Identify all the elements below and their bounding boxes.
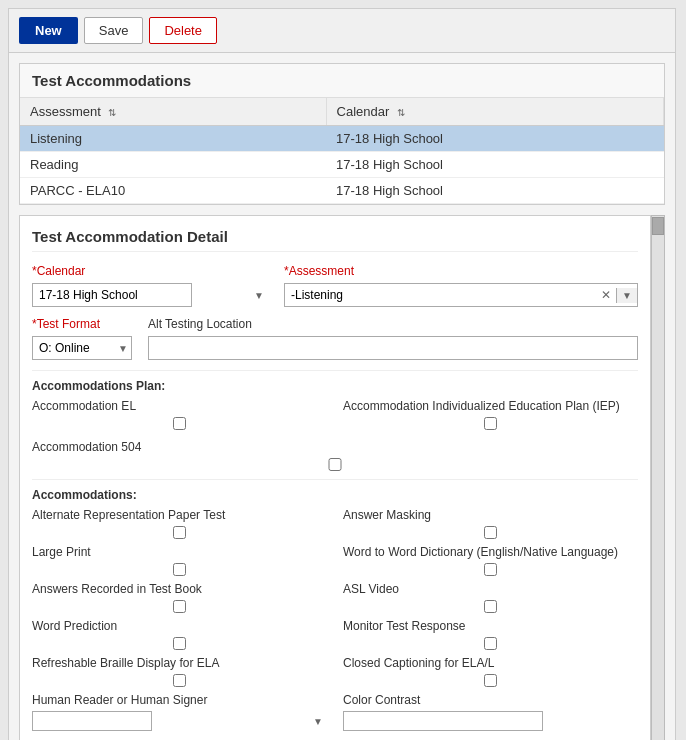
asl-video-label: ASL Video [343, 582, 638, 596]
sort-assessment-icon: ⇅ [108, 107, 116, 118]
monitor-test-label: Monitor Test Response [343, 619, 638, 633]
assessment-field: ✕ ▼ [284, 283, 638, 307]
calendar-label: *Calendar [32, 264, 268, 278]
item-closed-captioning: Closed Captioning for ELA/L [343, 656, 638, 687]
calendar-group: *Calendar 17-18 High School ▼ [32, 264, 268, 307]
item-alternate-paper: Alternate Representation Paper Test [32, 508, 327, 539]
accommodation-el-label: Accommodation EL [32, 399, 327, 413]
assessment-input[interactable] [285, 284, 596, 306]
toolbar: New Save Delete [9, 9, 675, 53]
test-format-select[interactable]: O: Online [32, 336, 132, 360]
test-format-label: *Test Format [32, 317, 132, 331]
monitor-test-checkbox[interactable] [343, 637, 638, 650]
human-reader-label: Human Reader or Human Signer [32, 693, 327, 707]
item-asl-video: ASL Video [343, 582, 638, 613]
human-reader-arrow-icon: ▼ [313, 716, 323, 727]
item-word-dictionary: Word to Word Dictionary (English/Native … [343, 545, 638, 576]
alternate-paper-checkbox[interactable] [32, 526, 327, 539]
test-format-group: *Test Format O: Online ▼ [32, 317, 132, 360]
cell-assessment: PARCC - ELA10 [20, 178, 326, 204]
item-large-print: Large Print [32, 545, 327, 576]
form-row-2: *Test Format O: Online ▼ Alt Testing Loc… [32, 317, 638, 360]
accommodation-iep-checkbox[interactable] [343, 417, 638, 430]
large-print-label: Large Print [32, 545, 327, 559]
accommodations-table-container: Assessment ⇅ Calendar ⇅ Listening17-18 H… [20, 98, 664, 204]
item-braille: Refreshable Braille Display for ELA [32, 656, 327, 687]
save-button[interactable]: Save [84, 17, 144, 44]
accommodation-el-row: Accommodation EL [32, 399, 327, 430]
accommodations-items-label: Accommodations: [32, 488, 638, 502]
braille-label: Refreshable Braille Display for ELA [32, 656, 327, 670]
scrollbar-thumb[interactable] [652, 217, 664, 235]
scrollbar[interactable] [651, 215, 665, 740]
form-row-1: *Calendar 17-18 High School ▼ *Assessmen… [32, 264, 638, 307]
alt-location-group: Alt Testing Location [148, 317, 638, 360]
accommodation-504-label: Accommodation 504 [32, 440, 638, 454]
calendar-select[interactable]: 17-18 High School [32, 283, 192, 307]
delete-button[interactable]: Delete [149, 17, 217, 44]
word-dictionary-label: Word to Word Dictionary (English/Native … [343, 545, 638, 559]
color-contrast-input[interactable] [343, 711, 543, 731]
plan-checkboxes: Accommodation EL Accommodation Individua… [32, 399, 638, 436]
alt-location-input[interactable] [148, 336, 638, 360]
alt-location-label: Alt Testing Location [148, 317, 638, 331]
item-human-reader: Human Reader or Human Signer ▼ [32, 693, 327, 731]
cell-calendar: 17-18 High School [326, 126, 663, 152]
human-reader-select-wrapper: ▼ [32, 711, 327, 731]
sort-calendar-icon: ⇅ [397, 107, 405, 118]
table-row[interactable]: Listening17-18 High School [20, 126, 664, 152]
assessment-dropdown-button[interactable]: ▼ [616, 288, 637, 303]
item-answers-recorded: Answers Recorded in Test Book [32, 582, 327, 613]
accommodations-col2: Answer Masking Word to Word Dictionary (… [343, 508, 638, 737]
accommodations-table: Assessment ⇅ Calendar ⇅ Listening17-18 H… [20, 98, 664, 204]
accommodation-504-checkbox[interactable] [32, 458, 638, 471]
item-word-prediction: Word Prediction [32, 619, 327, 650]
accommodations-grid: Alternate Representation Paper Test Larg… [32, 508, 638, 737]
calendar-select-wrapper: 17-18 High School ▼ [32, 283, 268, 307]
accommodations-plan-label: Accommodations Plan: [32, 379, 638, 393]
asl-video-checkbox[interactable] [343, 600, 638, 613]
accommodations-col1: Alternate Representation Paper Test Larg… [32, 508, 327, 737]
accommodation-el-checkbox[interactable] [32, 417, 327, 430]
accommodation-iep-row: Accommodation Individualized Education P… [343, 399, 638, 430]
item-monitor-test: Monitor Test Response [343, 619, 638, 650]
answer-masking-label: Answer Masking [343, 508, 638, 522]
detail-title: Test Accommodation Detail [32, 228, 638, 252]
test-format-select-wrapper: O: Online ▼ [32, 336, 132, 360]
closed-captioning-label: Closed Captioning for ELA/L [343, 656, 638, 670]
answers-recorded-label: Answers Recorded in Test Book [32, 582, 327, 596]
assessment-clear-button[interactable]: ✕ [596, 286, 616, 304]
accommodations-panel: Test Accommodations Assessment ⇅ Calenda… [19, 63, 665, 205]
new-button[interactable]: New [19, 17, 78, 44]
large-print-checkbox[interactable] [32, 563, 327, 576]
cell-calendar: 17-18 High School [326, 152, 663, 178]
accommodations-title: Test Accommodations [20, 64, 664, 98]
assessment-label: *Assessment [284, 264, 638, 278]
word-prediction-checkbox[interactable] [32, 637, 327, 650]
assessment-group: *Assessment ✕ ▼ [284, 264, 638, 307]
detail-panel: Test Accommodation Detail *Calendar 17-1… [19, 215, 651, 740]
braille-checkbox[interactable] [32, 674, 327, 687]
calendar-arrow-icon: ▼ [254, 290, 264, 301]
color-contrast-label: Color Contrast [343, 693, 638, 707]
table-row[interactable]: Reading17-18 High School [20, 152, 664, 178]
word-dictionary-checkbox[interactable] [343, 563, 638, 576]
detail-scroll-area: Test Accommodation Detail *Calendar 17-1… [9, 215, 675, 740]
cell-calendar: 17-18 High School [326, 178, 663, 204]
accommodation-iep-label: Accommodation Individualized Education P… [343, 399, 638, 413]
answers-recorded-checkbox[interactable] [32, 600, 327, 613]
cell-assessment: Listening [20, 126, 326, 152]
accommodation-504-row: Accommodation 504 [32, 440, 638, 471]
human-reader-select[interactable] [32, 711, 152, 731]
alternate-paper-label: Alternate Representation Paper Test [32, 508, 327, 522]
cell-assessment: Reading [20, 152, 326, 178]
answer-masking-checkbox[interactable] [343, 526, 638, 539]
col-assessment[interactable]: Assessment ⇅ [20, 98, 326, 126]
table-row[interactable]: PARCC - ELA1017-18 High School [20, 178, 664, 204]
item-answer-masking: Answer Masking [343, 508, 638, 539]
word-prediction-label: Word Prediction [32, 619, 327, 633]
item-color-contrast: Color Contrast [343, 693, 638, 731]
closed-captioning-checkbox[interactable] [343, 674, 638, 687]
col-calendar[interactable]: Calendar ⇅ [326, 98, 663, 126]
